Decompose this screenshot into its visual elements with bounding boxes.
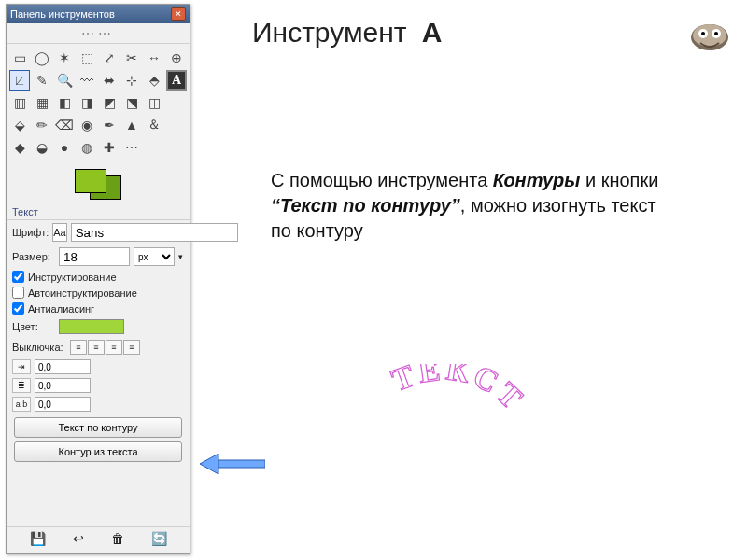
hinting-checkbox[interactable] xyxy=(12,271,24,283)
tool-align[interactable]: ⬌ xyxy=(99,70,120,91)
antialias-row: Антиалиасинг xyxy=(7,301,190,316)
text-color-swatch[interactable] xyxy=(59,319,124,334)
svg-text:ТЕКСТ: ТЕКСТ xyxy=(388,364,532,418)
tool-extra2[interactable]: ✚ xyxy=(99,137,120,158)
tool-empty-3 xyxy=(144,137,164,158)
tool-flip[interactable]: ◨ xyxy=(77,92,97,113)
autohint-label: Автоинструктирование xyxy=(28,287,137,299)
unit-select[interactable]: px xyxy=(134,247,175,266)
antialias-label: Антиалиасинг xyxy=(28,303,94,315)
autohint-checkbox[interactable] xyxy=(12,287,24,299)
justify-right-icon[interactable]: ≡ xyxy=(88,340,105,355)
letter-spacing-icon: a b xyxy=(12,397,31,412)
tool-ink[interactable]: ✒ xyxy=(99,115,120,135)
tool-blend[interactable]: ◫ xyxy=(144,92,164,113)
delete-options-icon[interactable]: 🗑 xyxy=(111,531,124,546)
tool-paths[interactable]: ⊕ xyxy=(166,48,187,68)
indent-icon: ⇥ xyxy=(12,359,31,374)
svg-point-1 xyxy=(693,24,726,47)
svg-rect-6 xyxy=(217,460,265,468)
save-options-icon[interactable]: 💾 xyxy=(30,531,46,546)
path-from-text-button[interactable]: Контур из текста xyxy=(14,441,182,462)
tool-text[interactable]: A xyxy=(166,70,187,91)
tool-fuzzy-select[interactable]: ⬚ xyxy=(77,48,97,68)
font-picker-button[interactable]: Aa xyxy=(52,223,66,242)
text-along-path-button[interactable]: Текст по контуру xyxy=(14,417,182,438)
titlebar[interactable]: Панель инструментов ✕ xyxy=(7,5,190,23)
heading-main: Инструмент xyxy=(252,17,407,48)
line-spacing-row: ≣ xyxy=(7,376,190,395)
tool-move[interactable]: 〰 xyxy=(77,70,97,91)
indent-input[interactable] xyxy=(35,359,91,374)
tool-perspective[interactable]: ◧ xyxy=(54,92,75,113)
tool-empty-4 xyxy=(166,137,187,158)
tool-pencil[interactable]: ⬙ xyxy=(9,115,30,135)
tool-measure[interactable]: ✎ xyxy=(32,70,52,91)
tool-extra1[interactable]: ◍ xyxy=(77,137,97,158)
tool-scale[interactable]: ▥ xyxy=(9,92,30,113)
tool-zoom[interactable]: 🔍 xyxy=(54,70,75,91)
tool-rotate[interactable]: ⬘ xyxy=(144,70,164,91)
pointer-arrow-icon xyxy=(200,454,265,474)
tool-rect-select[interactable]: ▭ xyxy=(9,48,30,68)
tool-free-select[interactable]: ✶ xyxy=(54,48,75,68)
tool-shear[interactable]: ▦ xyxy=(32,92,52,113)
font-label: Шрифт: xyxy=(12,227,49,238)
line-spacing-icon: ≣ xyxy=(12,378,31,393)
dropdown-icon[interactable]: ▾ xyxy=(178,252,183,261)
color-label: Цвет: xyxy=(12,321,55,332)
tool-airbrush[interactable]: ◉ xyxy=(77,115,97,135)
gimp-mascot-icon xyxy=(682,9,738,56)
tool-scissors[interactable]: ✂ xyxy=(121,48,142,68)
tool-grid: ▭ ◯ ✶ ⬚ ⤢ ✂ ↔ ⊕ ⟀ ✎ 🔍 〰 ⬌ ⊹ ⬘ A ▥ ▦ ◧ ◨ … xyxy=(7,44,190,161)
heading-letter: А xyxy=(422,17,443,48)
description-text: С помощью инструмента Контуры и кнопки “… xyxy=(271,168,682,244)
justify-fill-icon[interactable]: ≡ xyxy=(123,340,140,355)
reset-options-icon[interactable]: 🔄 xyxy=(151,531,167,546)
justify-center-icon[interactable]: ≡ xyxy=(106,340,122,355)
gimp-logo-small: ⋯⋯ xyxy=(7,23,190,44)
panel-title: Панель инструментов xyxy=(10,8,115,20)
section-text-label: Текст xyxy=(7,204,190,220)
tool-dodge[interactable]: ● xyxy=(54,137,75,158)
indent-row: ⇥ xyxy=(7,357,190,376)
hinting-label: Инструктирование xyxy=(28,272,117,283)
color-swatches[interactable] xyxy=(7,161,190,204)
size-row: Размер: px ▾ xyxy=(7,245,190,269)
svg-marker-7 xyxy=(200,454,218,474)
tool-smudge[interactable]: ◆ xyxy=(9,137,30,158)
tool-extra3[interactable]: ⋯ xyxy=(121,137,142,158)
curved-word: ТЕКСТ xyxy=(388,364,532,418)
tool-foreground[interactable]: ↔ xyxy=(144,48,164,68)
antialias-checkbox[interactable] xyxy=(12,302,24,315)
toolbox-panel: Панель инструментов ✕ ⋯⋯ ▭ ◯ ✶ ⬚ ⤢ ✂ ↔ ⊕… xyxy=(6,4,190,554)
letter-spacing-input[interactable] xyxy=(35,397,91,412)
color-row: Цвет: xyxy=(7,316,190,337)
tool-by-color[interactable]: ⤢ xyxy=(99,48,120,68)
letter-spacing-row: a b xyxy=(7,395,190,413)
size-label: Размер: xyxy=(12,251,55,262)
tool-eraser[interactable]: ⌫ xyxy=(54,115,75,135)
tool-ellipse-select[interactable]: ◯ xyxy=(32,48,52,68)
restore-options-icon[interactable]: ↩ xyxy=(73,531,84,546)
tool-clone[interactable]: ▲ xyxy=(121,115,142,135)
tool-color-picker[interactable]: ⟀ xyxy=(9,70,30,91)
close-icon[interactable]: ✕ xyxy=(171,7,186,21)
svg-point-3 xyxy=(701,32,705,35)
hinting-row: Инструктирование xyxy=(7,269,190,285)
font-row: Шрифт: Aa xyxy=(7,220,190,245)
size-input[interactable] xyxy=(59,247,130,266)
tool-bucket[interactable]: ⬔ xyxy=(121,92,142,113)
tool-paintbrush[interactable]: ✏ xyxy=(32,115,52,135)
tool-blur[interactable]: ◒ xyxy=(32,137,52,158)
justify-label: Выключка: xyxy=(12,342,66,353)
line-spacing-input[interactable] xyxy=(35,378,91,393)
tool-cage[interactable]: ◩ xyxy=(99,92,120,113)
tool-crop[interactable]: ⊹ xyxy=(121,70,142,91)
justify-row: Выключка: ≡ ≡ ≡ ≡ xyxy=(7,337,190,357)
tool-empty-2 xyxy=(166,115,187,135)
foreground-swatch[interactable] xyxy=(75,169,106,193)
font-name-input[interactable] xyxy=(71,223,238,242)
justify-left-icon[interactable]: ≡ xyxy=(70,340,87,355)
tool-heal[interactable]: ＆ xyxy=(144,115,164,135)
